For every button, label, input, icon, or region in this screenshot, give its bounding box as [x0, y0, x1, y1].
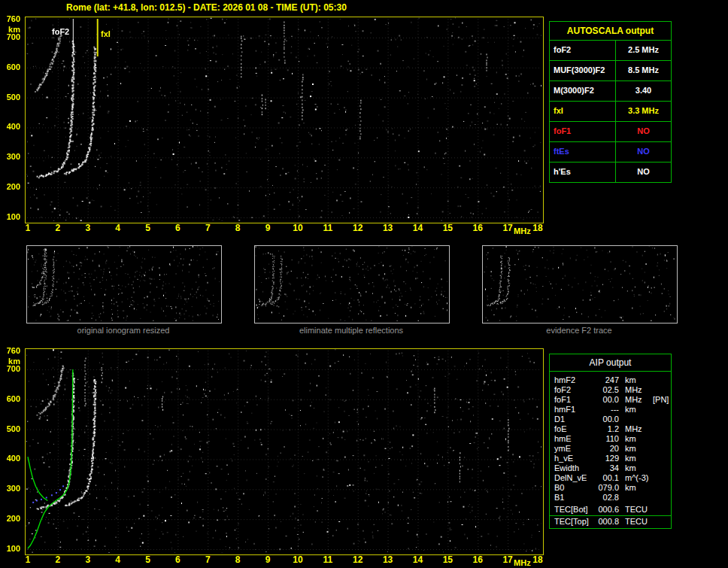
- aip-row: hmE110km: [554, 434, 666, 444]
- x-tick-label: 1: [19, 223, 37, 232]
- y-tick-label: 400: [2, 123, 20, 131]
- aip-row-value: 129: [596, 454, 619, 463]
- x-tick-label: 9: [259, 223, 277, 232]
- thumbnail-original-ionogram: [26, 245, 222, 323]
- y-tick-label: 300: [2, 153, 20, 161]
- thumbnail-eliminate-reflections-plot: [255, 246, 447, 321]
- autoscala-row-label: foF2: [550, 41, 616, 60]
- y-tick-label: 100: [2, 545, 20, 553]
- autoscala-row-value: 2.5 MHz: [616, 41, 671, 60]
- autoscala-row-label: fxI: [550, 102, 616, 121]
- aip-row-value: 34: [596, 463, 619, 473]
- x-tick-label: 2: [49, 223, 67, 232]
- aip-row-label: ymE: [554, 444, 596, 454]
- x-tick-label: 5: [139, 555, 157, 564]
- aip-row-label: B0: [554, 483, 596, 493]
- aip-row-unit: km: [619, 405, 649, 415]
- aip-row: h_vE129km: [554, 454, 666, 463]
- autoscala-row-value: NO: [616, 163, 671, 182]
- aip-row-label: hmF1: [554, 405, 596, 415]
- aip-row-label: TEC[Bot]: [554, 505, 596, 515]
- aip-row-note: [649, 375, 666, 385]
- aip-row-label: foF2: [554, 385, 596, 395]
- foF2-marker-label: foF2: [52, 28, 69, 36]
- x-tick-label: 18: [529, 555, 547, 564]
- x-tick-label: 8: [229, 555, 247, 564]
- aip-row: B102.8: [554, 493, 666, 503]
- autoscala-row-value: 3.40: [616, 81, 671, 101]
- aip-row-unit: [619, 415, 649, 424]
- aip-row-note: [649, 493, 666, 503]
- y-axis-unit: km: [2, 357, 20, 366]
- aip-row-value: 02.8: [596, 493, 619, 503]
- x-tick-label: 7: [199, 223, 217, 232]
- aip-row-unit: m^(-3): [619, 473, 649, 483]
- aip-row-note: [649, 483, 666, 493]
- autoscala-app-screen: Rome (lat: +41.8, lon: 012.5) - DATE: 20…: [0, 0, 728, 568]
- aip-row-value: 000.6: [596, 505, 619, 515]
- aip-row-label: DelN_vE: [554, 473, 596, 483]
- aip-row: foF202.5MHz: [554, 385, 666, 395]
- aip-row-value: 110: [596, 434, 619, 444]
- autoscala-row: foF22.5 MHz: [550, 41, 671, 61]
- aip-row-label: D1: [554, 415, 596, 424]
- aip-row-note: [649, 444, 666, 454]
- thumbnail-evidence-f2-trace-plot: [483, 246, 675, 321]
- y-tick-label: 760: [2, 347, 20, 355]
- y-tick-label: 400: [2, 454, 20, 463]
- aip-tec-rows: TEC[Bot]000.6TECUTEC[Top]000.8TECU: [550, 503, 671, 528]
- x-tick-label: 13: [379, 223, 397, 232]
- aip-row: TEC[Bot]000.6TECU: [554, 505, 666, 515]
- y-tick-label: 200: [2, 183, 20, 191]
- x-tick-label: 6: [168, 555, 187, 564]
- x-tick-label: 16: [469, 223, 487, 232]
- autoscala-row-label: h'Es: [550, 163, 616, 182]
- x-tick-label: 2: [49, 555, 67, 564]
- x-tick-label: 13: [379, 555, 397, 564]
- aip-row-label: TEC[Top]: [554, 517, 596, 527]
- x-tick-label: 11: [319, 555, 337, 564]
- aip-row-label: foE: [554, 424, 596, 434]
- x-tick-label: 7: [199, 555, 217, 564]
- aip-row-unit: km: [619, 463, 649, 473]
- y-tick-label: 300: [2, 484, 20, 493]
- thumbnail-original-ionogram-plot: [27, 246, 220, 321]
- x-tick-label: 12: [349, 555, 367, 564]
- ionogram-aip: [25, 348, 544, 555]
- autoscala-row-label: MUF(3000)F2: [550, 61, 616, 80]
- aip-row-value: 00.1: [596, 473, 619, 483]
- aip-row-note: [PN]: [649, 395, 669, 405]
- fxI-marker-label: fxI: [101, 30, 111, 38]
- ionogram-main-plot: [26, 17, 541, 221]
- aip-row-unit: MHz: [619, 424, 649, 434]
- aip-panel-title: AIP output: [550, 354, 671, 372]
- aip-row-unit: TECU: [619, 517, 649, 527]
- autoscala-rows: foF22.5 MHzMUF(3000)F28.5 MHzM(3000)F23.…: [550, 41, 671, 182]
- x-tick-label: 15: [438, 555, 457, 564]
- x-tick-label: 11: [319, 223, 337, 232]
- x-tick-label: 5: [139, 223, 157, 232]
- aip-row-label: B1: [554, 493, 596, 503]
- aip-row: D100.0: [554, 415, 666, 424]
- aip-row-note: [649, 463, 666, 473]
- x-tick-label: 16: [469, 555, 487, 564]
- x-tick-label: 15: [438, 223, 457, 232]
- aip-row-value: 1.2: [596, 424, 619, 434]
- aip-row-label: Ewidth: [554, 463, 596, 473]
- aip-row-note: [649, 405, 666, 415]
- aip-tec-separator: [550, 515, 671, 516]
- aip-row-value: 00.0: [596, 415, 619, 424]
- x-tick-label: 14: [408, 555, 426, 564]
- autoscala-row: h'EsNO: [550, 163, 671, 182]
- autoscala-row: M(3000)F23.40: [550, 81, 671, 102]
- aip-row-unit: TECU: [619, 505, 649, 515]
- aip-row: B0079.0km: [554, 483, 666, 493]
- aip-row-unit: km: [619, 454, 649, 463]
- thumbnail-eliminate-reflections: [254, 245, 450, 323]
- x-tick-label: 4: [109, 555, 127, 564]
- y-tick-label: 500: [2, 425, 20, 433]
- y-tick-label: 100: [2, 213, 20, 221]
- aip-row: foF100.0MHz[PN]: [554, 395, 666, 405]
- autoscala-panel-title: AUTOSCALA output: [550, 22, 671, 41]
- aip-row-value: 00.0: [596, 395, 619, 405]
